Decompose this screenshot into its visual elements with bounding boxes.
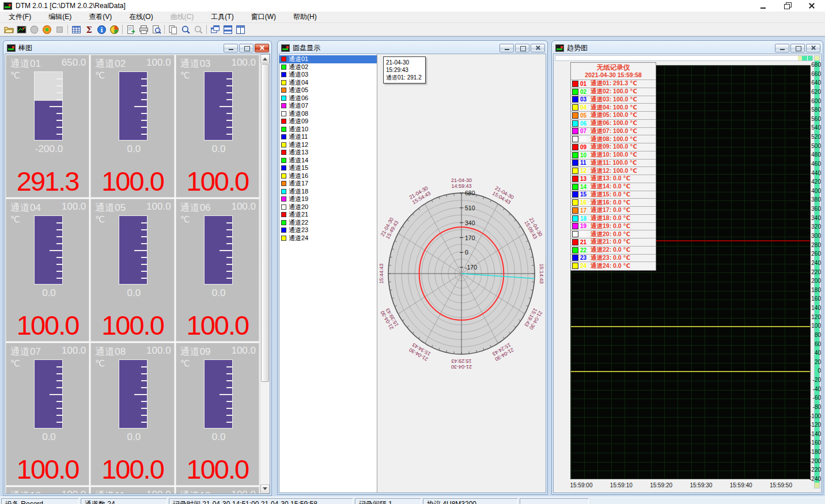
- gauge-tick: [226, 264, 232, 265]
- toolbar-info-icon[interactable]: i: [95, 24, 108, 36]
- menu-item-edit[interactable]: 编辑(E): [40, 11, 80, 23]
- scroll-down-button[interactable]: [260, 484, 270, 494]
- scroll-thumb[interactable]: [261, 64, 269, 382]
- toolbar-data-table-icon[interactable]: [70, 24, 82, 36]
- gauge-max-value: 650.0: [62, 57, 86, 70]
- menu-item-tools[interactable]: 工具(T): [202, 11, 242, 23]
- bar-graph-window-titlebar[interactable]: 棒图: [5, 42, 270, 54]
- channel-list-item[interactable]: 通道16: [279, 172, 377, 180]
- toolbar-export-icon[interactable]: [124, 24, 137, 36]
- menu-item-file[interactable]: 文件(F): [0, 11, 40, 23]
- maximize-button[interactable]: [239, 44, 253, 52]
- toolbar-stop-disabled-icon[interactable]: [28, 24, 40, 36]
- channel-list-item[interactable]: 通道08: [279, 110, 377, 118]
- gauge-scrollbar[interactable]: [260, 54, 270, 494]
- trend-horizontal-scrollbar[interactable]: [555, 55, 813, 61]
- channel-list-item[interactable]: 通道18: [279, 188, 377, 196]
- channel-list-item[interactable]: 通道20: [279, 203, 377, 211]
- toolbar-statistics-sigma-icon[interactable]: Σ: [82, 24, 95, 36]
- channel-list-item[interactable]: 通道12: [279, 141, 377, 149]
- legend-row: 01通道01: 291.3 ℃: [571, 79, 656, 88]
- legend-color-swatch: [572, 160, 578, 166]
- minimize-button[interactable]: [499, 44, 514, 52]
- toolbar-zoom-disabled-icon[interactable]: [192, 24, 205, 36]
- channel-list-item[interactable]: 通道04: [279, 79, 377, 87]
- legend-row: 21通道21: 0.0 ℃: [571, 238, 656, 246]
- channel-list-item[interactable]: 通道22: [279, 219, 377, 227]
- app-restore-button[interactable]: [784, 2, 792, 9]
- legend-color-swatch: [572, 215, 578, 222]
- toolbar-tile-horizontal-icon[interactable]: [221, 24, 234, 36]
- channel-color-swatch: [281, 103, 286, 108]
- channel-list-item[interactable]: 通道10: [279, 126, 377, 134]
- channel-color-swatch: [281, 119, 286, 124]
- toolbar-zoom-icon[interactable]: [179, 24, 192, 36]
- menu-item-help[interactable]: 帮助(H): [285, 11, 326, 23]
- channel-list-item[interactable]: 通道06: [279, 94, 377, 103]
- gauge-bar-track: [119, 215, 147, 285]
- gauge-max-value: 100.0: [146, 57, 171, 70]
- minimize-button[interactable]: [775, 44, 789, 52]
- gauge-tick: [56, 229, 62, 230]
- chart-window-icon: [281, 44, 290, 52]
- legend-color-swatch: [572, 199, 578, 206]
- toolbar-print-preview-icon[interactable]: [150, 24, 162, 36]
- minimize-button[interactable]: [224, 44, 238, 52]
- channel-color-swatch: [281, 88, 286, 93]
- gauge-tick: [141, 278, 147, 279]
- toolbar-tile-vertical-icon[interactable]: [234, 24, 247, 36]
- channel-list-item[interactable]: 通道03: [279, 71, 377, 79]
- maximize-button[interactable]: [790, 44, 805, 52]
- toolbar-copy-icon[interactable]: [166, 24, 179, 36]
- app-close-button[interactable]: [808, 2, 816, 9]
- legend-row: 03通道03: 100.0 ℃: [571, 96, 656, 104]
- close-button[interactable]: [806, 44, 820, 52]
- channel-list-item[interactable]: 通道15: [279, 164, 377, 172]
- channel-list-item[interactable]: 通道19: [279, 195, 377, 203]
- trend-window-titlebar[interactable]: 趋势图: [553, 42, 822, 54]
- channel-list-item[interactable]: 通道02: [279, 63, 377, 71]
- gauge-channel-name: 通道01: [10, 57, 41, 70]
- scroll-up-button[interactable]: [260, 54, 270, 63]
- channel-list-item[interactable]: 通道11: [279, 133, 377, 141]
- menu-item-curve[interactable]: 曲线(C): [162, 11, 203, 23]
- gauge-tick: [226, 113, 232, 114]
- toolbar-record-icon[interactable]: [40, 24, 53, 36]
- toolbar-realtime-chart-icon[interactable]: [15, 24, 28, 36]
- gauge-unit: ℃: [180, 214, 190, 225]
- legend-channel-value: 通道14: 0.0 ℃: [591, 183, 630, 191]
- menu-item-online[interactable]: 在线(O): [120, 11, 161, 23]
- gauge-tick: [56, 257, 62, 258]
- close-button[interactable]: [531, 44, 545, 52]
- gauge-tick: [56, 401, 62, 402]
- toolbar-pie-chart-icon[interactable]: [108, 24, 120, 36]
- toolbar-cascade-windows-icon[interactable]: [209, 24, 221, 36]
- toolbar-print-icon[interactable]: [137, 24, 150, 36]
- toolbar-open-file-icon[interactable]: [2, 24, 15, 36]
- maximize-button[interactable]: [515, 44, 529, 52]
- menu-item-window[interactable]: 窗口(W): [243, 11, 285, 23]
- channel-list-item[interactable]: 通道21: [279, 211, 377, 219]
- channel-list-item[interactable]: 通道01: [279, 55, 377, 63]
- channel-list-item[interactable]: 通道07: [279, 102, 377, 110]
- menu-item-view[interactable]: 查看(V): [80, 11, 120, 23]
- gauge-tick: [141, 408, 147, 409]
- legend-color-swatch: [572, 223, 578, 229]
- close-button[interactable]: [255, 44, 269, 52]
- app-minimize-button[interactable]: [759, 2, 767, 9]
- dial-display-window: 圆盘显示 通道01通道02通道03通道04通道05通道06通道07通道08通道0…: [277, 40, 548, 495]
- channel-list-item[interactable]: 通道23: [279, 226, 377, 234]
- legend-channel-number: 03: [580, 96, 591, 103]
- channel-list-item[interactable]: 通道09: [279, 118, 377, 126]
- channel-list-item[interactable]: 通道05: [279, 86, 377, 94]
- channel-list-item[interactable]: 通道24: [279, 234, 377, 242]
- legend-channel-number: 23: [580, 255, 591, 261]
- channel-list-item[interactable]: 通道13: [279, 149, 377, 157]
- legend-channel-number: 17: [580, 207, 591, 214]
- trend-hscroll-thumb[interactable]: [798, 56, 812, 60]
- channel-list-item[interactable]: 通道14: [279, 157, 377, 165]
- channel-list-item[interactable]: 通道17: [279, 180, 377, 188]
- toolbar-pause-disabled-icon[interactable]: [53, 24, 66, 36]
- gauge-tick: [226, 78, 232, 79]
- dial-window-titlebar[interactable]: 圆盘显示: [279, 42, 546, 54]
